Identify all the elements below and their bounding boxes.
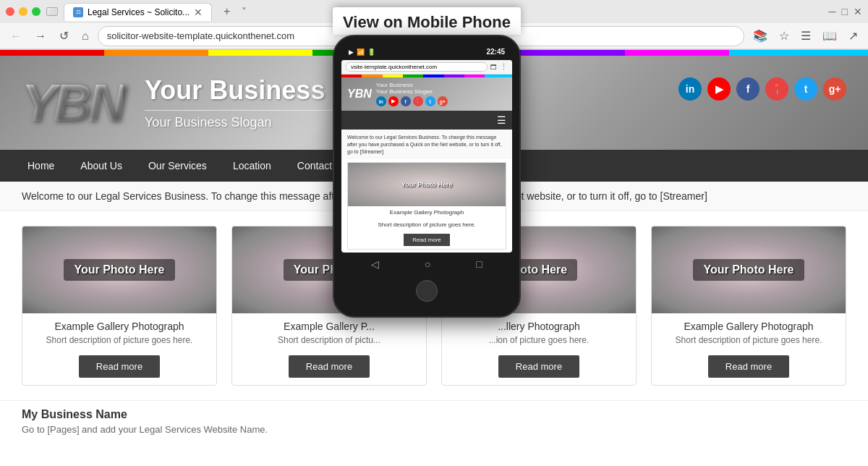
phone-logo: YBN [347,88,372,101]
phone-nav-mini: ☰ [341,111,512,130]
phone-linkedin-icon[interactable]: in [376,96,386,106]
gallery-card-4: Your Photo Here Example Gallery Photogra… [651,226,846,386]
phone-back-icon[interactable]: ◁ [371,258,379,270]
phone-biz-slogan: Your Business Slogan [376,88,448,95]
read-more-button-2[interactable]: Read more [289,355,370,378]
tab-dropdown-button[interactable]: ˅ [242,6,247,17]
forward-button[interactable]: → [30,28,51,44]
nav-location[interactable]: Location [220,151,284,180]
bookmarks-panel-button[interactable]: 📚 [749,27,772,44]
home-button[interactable]: ⌂ [77,28,93,44]
twitter-icon[interactable]: t [794,77,817,101]
googleplus-icon[interactable]: g+ [823,77,846,101]
nav-services[interactable]: Our Services [135,151,220,180]
phone-home-nav-icon[interactable]: ○ [425,258,430,270]
phone-body: ▶ 📶 🔋 22:45 vsite-template.quickonthenet… [333,35,521,318]
youtube-icon[interactable]: ▶ [707,77,731,101]
phone-read-more-button[interactable]: Read more [404,234,450,246]
photo-label-1: Your Photo Here [64,259,174,281]
footer-sub-text: Go to [Pages] and add your Legal Service… [22,424,846,435]
nav-about[interactable]: About Us [67,151,135,180]
phone-facebook-icon[interactable]: f [401,96,411,106]
phone-square-icon[interactable]: □ [476,258,482,270]
phone-card-desc: Short description of picture goes here. [348,219,506,231]
back-button[interactable]: ← [6,28,26,44]
phone-home-button[interactable] [416,280,438,302]
mobile-popup-label: View on Mobile Phone [333,7,521,35]
phone-biz-name: Your Business [376,82,448,88]
url-text: solicitor-website-template.quickonthenet… [107,30,294,41]
menu-button[interactable]: ☰ [796,27,815,44]
refresh-button[interactable]: ↺ [55,27,73,44]
minimize-button[interactable]: ─ [829,6,836,17]
photo-placeholder-4: Your Photo Here [652,226,846,313]
window-close-button[interactable]: ✕ [854,6,862,17]
phone-social-mini: in ▶ f 📍 t g+ [376,96,448,106]
card-desc-4: Short description of picture goes here. [676,335,822,345]
share-button[interactable]: ↗ [844,27,862,44]
maximize-button[interactable]: □ [842,6,848,17]
card-title-1: Example Gallery Photograph [55,321,184,332]
phone-signal: ▶ 📶 🔋 [349,48,375,56]
facebook-icon[interactable]: f [736,77,760,101]
read-more-button-1[interactable]: Read more [79,355,160,378]
footer-section: My Business Name Go to [Pages] and add y… [0,400,868,442]
phone-tabs-icon: 🗖 [490,64,497,71]
phone-card-title: Example Gallery Photograph [348,206,506,219]
phone-welcome-text: Welcome to our Legal Services Business. … [341,130,512,159]
star-button[interactable]: ☆ [775,27,793,44]
card-title-2: Example Gallery P... [284,321,375,332]
card-desc-1: Short description of picture goes here. [46,335,193,345]
tab-favicon: ⚖ [73,7,83,17]
nav-home[interactable]: Home [14,151,67,180]
logo-box: YBN [22,73,123,132]
reader-button[interactable]: 📖 [818,27,841,44]
phone-hamburger-icon[interactable]: ☰ [497,114,506,126]
new-tab-button[interactable]: + [218,2,236,21]
phone-header-mini: YBN Your Business Your Business Slogan i… [341,77,512,111]
read-more-button-3[interactable]: Read more [498,355,579,378]
card-desc-3: ...ion of picture goes here. [489,335,590,345]
read-more-button-4[interactable]: Read more [708,355,789,378]
phone-address-bar[interactable]: vsite-template.quickonthenet.com [346,62,488,72]
phone-screen: vsite-template.quickonthenet.com 🗖 ⋮ YBN… [341,60,512,253]
phone-menu-icon[interactable]: ⋮ [500,62,508,72]
logo-ybn: YBN [22,73,123,132]
card-desc-2: Short description of pictu... [278,335,380,345]
restore-icon[interactable]: ⬜ [46,7,58,16]
phone-photo-label: Your Photo Here [401,181,452,188]
maps-icon[interactable]: 📍 [765,77,788,101]
phone-gplus-icon[interactable]: g+ [438,96,448,106]
mobile-popup: View on Mobile Phone ▶ 📶 🔋 22:45 vsite-t… [333,7,521,318]
phone-bottom-nav: ◁ ○ □ [341,254,512,274]
footer-business-name: My Business Name [22,408,846,421]
phone-browser-bar: vsite-template.quickonthenet.com 🗖 ⋮ [341,60,512,75]
phone-youtube-icon[interactable]: ▶ [388,96,399,106]
card-title-4: Example Gallery Photograph [684,321,814,332]
social-icons-header: in ▶ f 📍 t g+ [678,77,846,101]
photo-label-4: Your Photo Here [693,259,804,281]
phone-twitter-icon[interactable]: t [425,96,435,106]
linkedin-icon[interactable]: in [678,77,702,101]
tab-close-button[interactable]: ✕ [194,7,203,18]
gallery-card-1: Your Photo Here Example Gallery Photogra… [22,226,217,386]
card-title-3: ...llery Photograph [498,321,580,332]
tab-title: Legal Services ~ Solicito... [88,7,190,17]
phone-gallery-card: Your Photo Here Example Gallery Photogra… [347,162,506,250]
phone-maps-icon[interactable]: 📍 [413,96,423,106]
browser-tab[interactable]: ⚖ Legal Services ~ Solicito... ✕ [64,3,212,21]
phone-time: 22:45 [486,48,505,56]
phone-status-bar: ▶ 📶 🔋 22:45 [341,45,512,59]
photo-placeholder-1: Your Photo Here [22,226,216,313]
phone-photo-placeholder: Your Photo Here [348,163,506,206]
